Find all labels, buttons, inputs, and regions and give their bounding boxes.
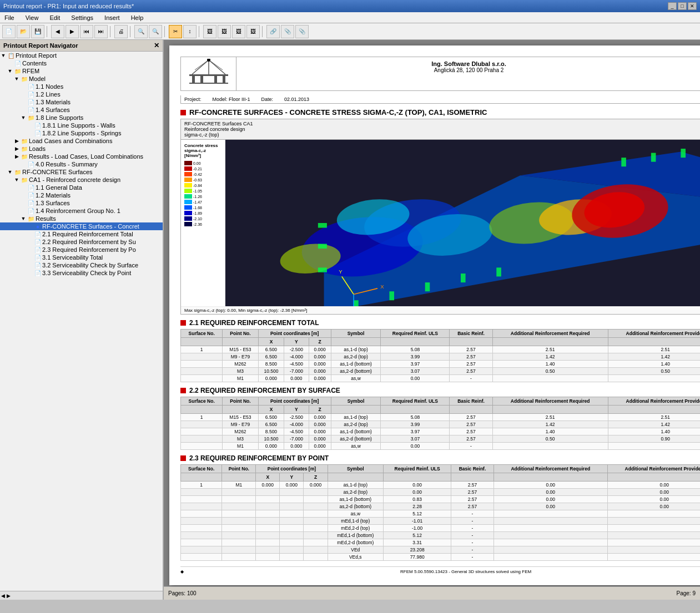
tree-toggle[interactable]: ▶	[13, 154, 20, 159]
tree-item-rfem[interactable]: ▼📁RFEM	[0, 67, 163, 75]
table-cell: 0.000	[309, 435, 331, 443]
page-container[interactable]: Ing. Software Dlubal s.r.o. Anglická 28,…	[164, 40, 700, 586]
menu-edit[interactable]: Edit	[47, 13, 62, 22]
tree-label: 1.4 Surfaces	[36, 107, 163, 113]
toolbar-zoom[interactable]: 🔍	[149, 25, 162, 38]
tree-toggle[interactable]: ▼	[20, 115, 27, 120]
tree-item-reinf_group[interactable]: 📄1.4 Reinforcement Group No. 1	[0, 207, 163, 215]
table-cell: 10.500	[258, 435, 284, 443]
tree-item-line_supp_springs[interactable]: 📄1.8.2 Line Supports - Springs	[0, 129, 163, 137]
toolbar-link2[interactable]: 📎	[281, 25, 294, 38]
tree-container[interactable]: ▼📋Printout Report📄Contents▼📁RFEM▼📁Model📄…	[0, 52, 163, 591]
toolbar-back[interactable]: ◀	[51, 25, 64, 38]
toolbar-fwd[interactable]: ▶	[66, 25, 79, 38]
tree-item-results_summary[interactable]: 📄4.0 Results - Summary	[0, 160, 163, 168]
tree-item-loads[interactable]: ▶📁Loads	[0, 145, 163, 153]
tree-toggle[interactable]: ▼	[13, 177, 20, 183]
table-cell: 2.57	[450, 368, 492, 375]
col-req-uls: Required Reinf. ULS	[381, 330, 450, 338]
toolbar-img3[interactable]: 🖼	[232, 25, 245, 38]
tree-item-printout[interactable]: ▼📋Printout Report	[0, 52, 163, 59]
table-row: 1M15 - E536.500-2.5000.000as,1-d (top)5.…	[181, 346, 701, 353]
tree-item-lines[interactable]: 📄1.2 Lines	[0, 90, 163, 98]
tree-toggle[interactable]: ▼	[20, 216, 27, 221]
table-cell	[222, 489, 256, 496]
table-cell: 2.28	[383, 503, 451, 510]
toolbar-search[interactable]: 🔍	[134, 25, 148, 38]
tree-item-results[interactable]: ▶📁Results - Load Cases, Load Combination…	[0, 153, 163, 160]
tree-item-results2[interactable]: ▼📁Results	[0, 215, 163, 222]
tree-item-req_reinf_total[interactable]: 📄2.1 Required Reinforcement Total	[0, 230, 163, 238]
table-cell: -4.000	[284, 353, 309, 361]
legend-item: -1.68	[184, 205, 202, 210]
tree-item-line_supp_walls[interactable]: 📄1.8.1 Line Supports - Walls	[0, 121, 163, 129]
table-cell	[181, 525, 222, 532]
tree-toggle[interactable]: ▼	[7, 169, 13, 175]
menu-view[interactable]: View	[23, 13, 41, 22]
tree-item-materials[interactable]: 📄1.3 Materials	[0, 98, 163, 106]
menu-insert[interactable]: Insert	[102, 13, 122, 22]
legend-title: Concrete stresssigma-c,-z[N/mm²]	[184, 143, 221, 158]
tree-item-nodes[interactable]: 📄1.1 Nodes	[0, 83, 163, 90]
table-cell	[304, 546, 328, 554]
tree-item-rf_conc_sel[interactable]: ●RF-CONCRETE Surfaces - Concret	[0, 222, 163, 230]
toolbar-print[interactable]: 🖨	[114, 25, 128, 38]
close-button[interactable]: ✕	[688, 2, 697, 10]
tree-item-req_reinf_surf[interactable]: 📄2.2 Required Reinforcement by Su	[0, 238, 163, 246]
panel-scrollbar[interactable]: ◀ ▶	[0, 591, 163, 600]
tree-toggle[interactable]: ▼	[7, 68, 13, 74]
tree-item-req_reinf_point[interactable]: 📄2.3 Required Reinforcement by Po	[0, 246, 163, 254]
tree-toggle[interactable]: ▶	[13, 138, 20, 144]
table-cell: -	[450, 375, 492, 382]
toolbar-save[interactable]: 💾	[31, 25, 44, 38]
menu-settings[interactable]: Settings	[69, 13, 95, 22]
tree-item-contents[interactable]: 📄Contents	[0, 59, 163, 67]
toolbar-first[interactable]: ⏮	[80, 25, 93, 38]
tree-item-surfaces2[interactable]: 📄1.3 Surfaces	[0, 199, 163, 207]
toolbar-open[interactable]: 📂	[17, 25, 30, 38]
tree-item-ca1[interactable]: ▼📁CA1 - Reinforced concrete design	[0, 176, 163, 184]
toolbar-img1[interactable]: 🖼	[203, 25, 216, 38]
tree-toggle[interactable]: ▼	[13, 76, 20, 82]
toolbar-img2[interactable]: 🖼	[218, 25, 231, 38]
table-cell: as,2-d (bottom)	[331, 435, 381, 443]
col-basic: Basic Reinf.	[451, 465, 493, 473]
tree-item-rf_concrete[interactable]: ▼📁RF-CONCRETE Surfaces	[0, 168, 163, 176]
toolbar-move[interactable]: ↕	[183, 25, 197, 38]
section-22-label: 2.2 REQUIRED REINFORCEMENT BY SURFACE	[189, 387, 340, 394]
tree-item-line_supports[interactable]: ▼📁1.8 Line Supports	[0, 114, 163, 121]
tree-item-svc_surf[interactable]: 📄3.2 Serviceability Check by Surface	[0, 261, 163, 269]
table-cell: 2.51	[492, 346, 608, 353]
col-add-req: Additional Reinforcement Required	[493, 465, 607, 473]
toolbar-link3[interactable]: 📎	[295, 25, 309, 38]
tree-toggle[interactable]: ▶	[13, 146, 20, 151]
minimize-button[interactable]: _	[668, 2, 677, 10]
toolbar-select[interactable]: ✂	[169, 25, 182, 38]
tree-icon: 📄	[33, 262, 42, 268]
maximize-button[interactable]: □	[678, 2, 687, 10]
panel-close-button[interactable]: ✕	[154, 42, 159, 49]
table-row: 1M15 - E536.500-2.5000.000as,1-d (top)5.…	[181, 414, 701, 421]
table-cell: 5.12	[383, 510, 451, 518]
tree-icon: 📄	[33, 255, 42, 261]
tree-item-general_data[interactable]: 📄1.1 General Data	[0, 184, 163, 191]
col-z: Z	[309, 338, 331, 346]
menu-help[interactable]: Help	[129, 13, 146, 22]
table-cell: 3.99	[381, 421, 450, 428]
tree-item-svc_point[interactable]: 📄3.3 Serviceability Check by Point	[0, 269, 163, 277]
tree-item-model[interactable]: ▼📁Model	[0, 75, 163, 83]
tree-item-materials2[interactable]: 📄1.2 Materials	[0, 191, 163, 199]
toolbar-link1[interactable]: 🔗	[266, 25, 280, 38]
tree-item-surfaces[interactable]: 📄1.4 Surfaces	[0, 106, 163, 114]
table-21: Surface No. Point No. Point coordinates …	[180, 329, 700, 382]
menu-file[interactable]: File	[2, 13, 17, 22]
table-cell	[222, 518, 256, 525]
toolbar-new[interactable]: 📄	[2, 25, 16, 38]
toolbar-prev[interactable]: ⏭	[94, 25, 108, 38]
tree-item-svc_total[interactable]: 📄3.1 Serviceability Total	[0, 254, 163, 261]
tree-item-load_cases[interactable]: ▶📁Load Cases and Combinations	[0, 137, 163, 145]
table-cell: M262	[223, 428, 258, 435]
tree-toggle[interactable]: ▼	[0, 53, 7, 58]
toolbar-img4[interactable]: 🖼	[246, 25, 260, 38]
window-controls[interactable]: _ □ ✕	[668, 2, 697, 10]
